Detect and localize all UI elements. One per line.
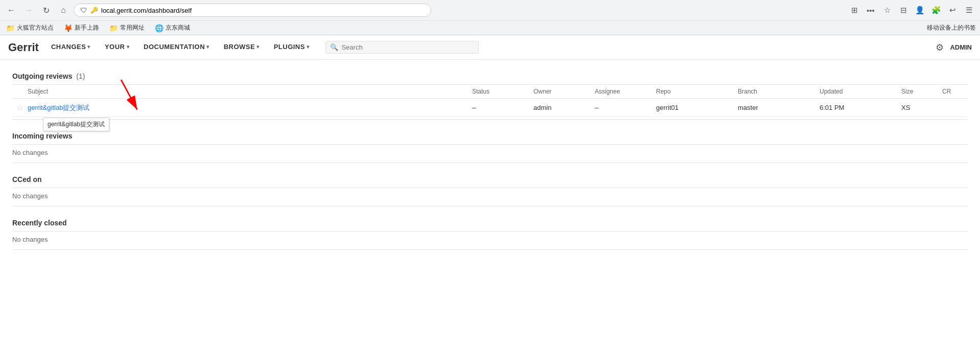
recently-closed-title: Recently closed — [12, 219, 67, 227]
back-button[interactable]: ← — [4, 3, 18, 17]
incoming-reviews-header: Incoming reviews — [12, 128, 968, 145]
forward-button[interactable]: → — [21, 3, 36, 17]
chevron-down-icon: ▾ — [206, 44, 209, 50]
bookmark-common[interactable]: 📁 常用网址 — [107, 22, 147, 33]
bookmarks-bar: 📁 火狐官方站点 🦊 新手上路 📁 常用网址 🌐 京东商城 移动设备上的书签 — [0, 20, 980, 35]
your-label: YOUR — [105, 43, 125, 51]
firefox-icon: 🦊 — [64, 24, 73, 32]
main-content: Outgoing reviews (1) Subject Status Owne… — [0, 60, 980, 258]
change-subject-cell: gerrit&gitlab提交测试 gerrit&gitlab提交测试 — [28, 103, 472, 112]
incoming-no-changes: No changes — [12, 145, 968, 160]
url-input[interactable] — [101, 7, 425, 14]
nav-your[interactable]: YOUR ▾ — [99, 35, 135, 60]
address-bar: 🛡 🔑 — [74, 4, 431, 17]
bookmark-newuser[interactable]: 🦊 新手上路 — [62, 22, 101, 33]
collections-icon[interactable]: ⊟ — [896, 3, 911, 17]
admin-label[interactable]: ADMIN — [950, 43, 972, 51]
incoming-reviews-section: Incoming reviews No changes — [12, 128, 968, 163]
globe-icon: 🌐 — [155, 24, 164, 32]
table-row: ☆ gerrit&gitlab提交测试 gerrit&gitlab提交测试 – … — [12, 99, 968, 117]
cced-on-section: CCed on No changes — [12, 171, 968, 206]
tooltip: gerrit&gitlab提交测试 — [43, 118, 109, 131]
col-updated: Updated — [820, 88, 901, 95]
recently-closed-section: Recently closed No changes — [12, 215, 968, 250]
browser-icons: ⊞ ••• ☆ ⊟ 👤 🧩 ↩ ☰ — [847, 3, 976, 17]
change-assignee: – — [595, 104, 656, 111]
reload-button[interactable]: ↻ — [39, 3, 53, 17]
col-owner: Owner — [533, 88, 595, 95]
nav-plugins[interactable]: PLUGINS ▾ — [268, 35, 316, 60]
change-link[interactable]: gerrit&gitlab提交测试 — [28, 104, 89, 111]
recently-closed-header: Recently closed — [12, 215, 968, 232]
change-size: XS — [901, 104, 942, 111]
outgoing-reviews-header: Outgoing reviews (1) — [12, 68, 968, 85]
app-header: Gerrit CHANGES ▾ YOUR ▾ DOCUMENTATION ▾ … — [0, 35, 980, 60]
header-right: ⚙ ADMIN — [936, 42, 972, 53]
chevron-down-icon: ▾ — [307, 44, 310, 50]
change-owner: admin — [533, 104, 595, 111]
cced-on-header: CCed on — [12, 171, 968, 188]
change-status: – — [472, 104, 533, 111]
col-branch: Branch — [738, 88, 820, 95]
search-box: 🔍 — [325, 41, 479, 54]
col-cr: CR — [942, 88, 968, 95]
user-profile-icon[interactable]: 👤 — [913, 3, 927, 17]
mobile-bookmark[interactable]: 移动设备上的书签 — [927, 24, 976, 32]
settings-icon[interactable]: ⚙ — [936, 42, 944, 53]
browse-label: BROWSE — [224, 43, 255, 51]
bookmark-label: 常用网址 — [120, 24, 145, 32]
bookmark-label: 火狐官方站点 — [17, 24, 54, 32]
cced-on-title: CCed on — [12, 175, 42, 183]
outgoing-reviews-title: Outgoing reviews — [12, 72, 72, 80]
plugins-label: PLUGINS — [274, 43, 305, 51]
changes-label: CHANGES — [51, 43, 86, 51]
browser-toolbar: ← → ↻ ⌂ 🛡 🔑 ⊞ ••• ☆ ⊟ 👤 🧩 ↩ ☰ — [0, 0, 980, 20]
shield-icon: 🛡 — [80, 6, 87, 14]
nav-browse[interactable]: BROWSE ▾ — [218, 35, 266, 60]
chevron-down-icon: ▾ — [256, 44, 260, 50]
folder-icon: 📁 — [6, 24, 15, 32]
app-logo: Gerrit — [8, 41, 39, 54]
bookmark-label: 新手上路 — [75, 24, 99, 32]
col-repo: Repo — [656, 88, 738, 95]
chevron-down-icon: ▾ — [127, 44, 130, 50]
change-branch: master — [738, 104, 820, 111]
nav-documentation[interactable]: DOCUMENTATION ▾ — [137, 35, 216, 60]
search-icon: 🔍 — [330, 43, 338, 51]
chevron-down-icon: ▾ — [87, 44, 90, 50]
folder-icon2: 📁 — [109, 24, 118, 32]
home-button[interactable]: ⌂ — [56, 3, 71, 17]
col-assignee: Assignee — [595, 88, 656, 95]
menu-button[interactable]: ☰ — [962, 3, 976, 17]
change-updated: 6:01 PM — [820, 104, 901, 111]
change-repo: gerrit01 — [656, 104, 738, 111]
more-button[interactable]: ••• — [864, 3, 878, 17]
outgoing-reviews-section: Outgoing reviews (1) Subject Status Owne… — [12, 68, 968, 120]
col-status: Status — [472, 88, 533, 95]
documentation-label: DOCUMENTATION — [144, 43, 205, 51]
lock-icon: 🔑 — [90, 7, 98, 14]
col-size: Size — [901, 88, 942, 95]
recently-closed-no-changes: No changes — [12, 232, 968, 247]
bookmark-jd[interactable]: 🌐 京东商城 — [153, 22, 192, 33]
browser-chrome: ← → ↻ ⌂ 🛡 🔑 ⊞ ••• ☆ ⊟ 👤 🧩 ↩ ☰ 📁 火狐官方站点 🦊… — [0, 0, 980, 35]
incoming-reviews-title: Incoming reviews — [12, 132, 72, 140]
col-star — [12, 88, 28, 95]
outgoing-reviews-count: (1) — [76, 72, 85, 80]
bookmark-label: 京东商城 — [166, 24, 190, 32]
undo-icon[interactable]: ↩ — [945, 3, 960, 17]
star-button[interactable]: ☆ — [12, 103, 28, 112]
extensions2-icon[interactable]: 🧩 — [929, 3, 943, 17]
col-subject: Subject — [28, 88, 472, 95]
bookmark-firefox[interactable]: 📁 火狐官方站点 — [4, 22, 56, 33]
extensions-button[interactable]: ⊞ — [847, 3, 861, 17]
search-input[interactable] — [341, 43, 474, 51]
table-header: Subject Status Owner Assignee Repo Branc… — [12, 85, 968, 99]
favorites-button[interactable]: ☆ — [880, 3, 894, 17]
nav-changes[interactable]: CHANGES ▾ — [45, 35, 97, 60]
cced-no-changes: No changes — [12, 188, 968, 204]
